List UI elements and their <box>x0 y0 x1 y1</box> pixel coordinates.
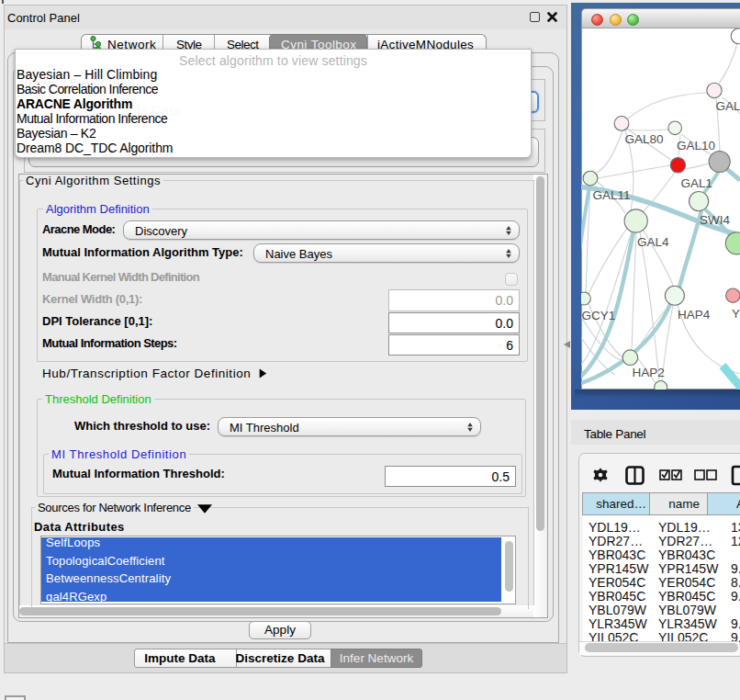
svg-text:Y: Y <box>732 307 740 321</box>
svg-text:GAL80: GAL80 <box>625 132 664 146</box>
svg-text:GCY1: GCY1 <box>582 309 616 322</box>
svg-text:GAL7: GAL7 <box>716 99 740 113</box>
svg-text:GAL1: GAL1 <box>681 176 713 190</box>
svg-text:GAL10: GAL10 <box>677 139 715 152</box>
svg-text:SWI4: SWI4 <box>700 213 730 227</box>
svg-text:GAL11: GAL11 <box>593 188 631 202</box>
svg-text:HAP4: HAP4 <box>678 308 711 322</box>
svg-text:HAP2: HAP2 <box>633 366 665 379</box>
svg-text:GAL4: GAL4 <box>637 235 669 249</box>
